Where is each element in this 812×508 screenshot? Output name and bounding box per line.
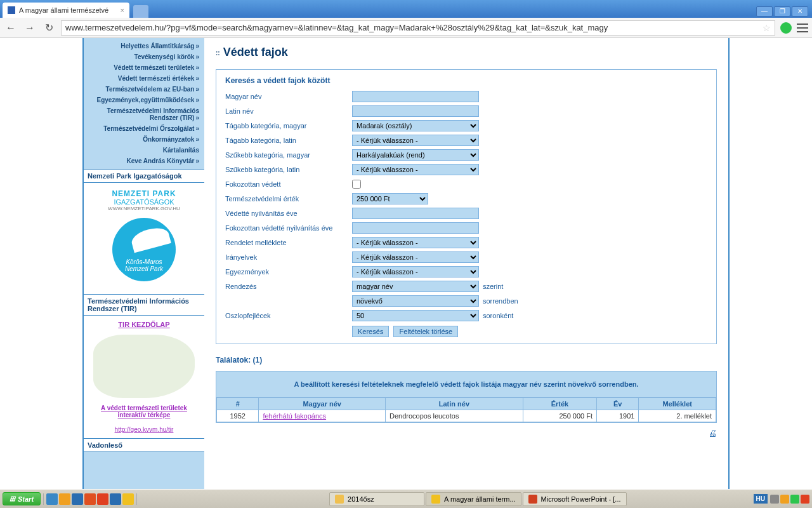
tir-box: TIR KEZDŐLAP A védett természeti terület… xyxy=(84,316,204,438)
label-rendezes: Rendezés xyxy=(225,283,352,290)
tir-map-link[interactable]: A védett természeti területek interaktív… xyxy=(89,404,199,418)
close-button[interactable]: ✕ xyxy=(792,6,808,17)
table-row: 1952 fehérhátú fakopáncs Dendrocopos leu… xyxy=(217,410,716,422)
sidebar-item[interactable]: Védett természeti területek» xyxy=(84,62,204,73)
clear-button[interactable]: Feltételek törlése xyxy=(393,326,458,337)
select-tag-latin[interactable]: - Kérjük válasszon - xyxy=(352,135,479,146)
maximize-button[interactable]: ❐ xyxy=(774,6,790,17)
results-header: Találatok: (1) xyxy=(216,356,717,364)
sidebar-item[interactable]: Helyettes Államtitkárság» xyxy=(84,41,204,51)
np-title: NEMZETI PARK xyxy=(86,189,202,198)
select-iranyelvek[interactable]: - Kérjük válasszon - xyxy=(352,251,479,263)
label-tag-magyar: Tágabb kategória, magyar xyxy=(225,122,352,130)
checkbox-fokozott[interactable] xyxy=(352,180,361,189)
col-ev: Év xyxy=(597,398,639,410)
col-num: # xyxy=(217,398,259,410)
col-latin: Latin név xyxy=(385,398,523,410)
tray-icon[interactable] xyxy=(801,495,809,504)
forward-button[interactable]: → xyxy=(23,21,37,35)
tir-map-image[interactable] xyxy=(93,335,195,398)
tab-close-icon[interactable]: × xyxy=(121,6,124,14)
address-bar[interactable]: www.termeszetvedelem.hu/?pg=vf&mode=sear… xyxy=(61,20,775,36)
select-ertek[interactable]: 250 000 Ft xyxy=(352,193,428,204)
tir-url-link[interactable]: http://geo.kvvm.hu/tir xyxy=(89,426,199,433)
select-szuk-magyar[interactable]: Harkályalakúak (rend) xyxy=(352,149,479,161)
print-icon[interactable]: 🖨 xyxy=(216,428,717,438)
np-url: WWW.NEMZETIPARK.GOV.HU xyxy=(86,206,202,211)
cell-latin: Dendrocopos leucotos xyxy=(385,410,523,422)
ql-chrome-icon[interactable] xyxy=(122,493,134,505)
main-content: :: Védett fajok Keresés a védett fajok k… xyxy=(204,38,728,489)
label-latin-nev: Latin név xyxy=(225,107,352,115)
input-fokozott-ev[interactable] xyxy=(352,222,479,234)
ql-firefox-icon[interactable] xyxy=(84,493,96,505)
ql-icon[interactable] xyxy=(97,493,108,505)
tray-icon[interactable] xyxy=(770,495,779,504)
bookmark-star-icon[interactable]: ☆ xyxy=(763,23,771,33)
tir-home-link[interactable]: TIR KEZDŐLAP xyxy=(89,321,199,328)
ql-ie-icon[interactable] xyxy=(110,493,121,505)
url-text: www.termeszetvedelem.hu/?pg=vf&mode=sear… xyxy=(65,23,608,32)
select-oszlop[interactable]: 50 xyxy=(352,310,479,321)
select-szuk-latin[interactable]: - Kérjük válasszon - xyxy=(352,164,479,175)
label-ertek: Természetvédelmi érték xyxy=(225,195,352,203)
task-chrome[interactable]: A magyar állami term... xyxy=(426,492,521,506)
reload-button[interactable]: ↻ xyxy=(42,21,56,35)
input-latin-nev[interactable] xyxy=(352,105,479,117)
language-indicator[interactable]: HU xyxy=(754,494,768,504)
tray-icon[interactable] xyxy=(780,495,789,504)
sidebar-item[interactable]: Természetvédelmi Őrszolgálat» xyxy=(84,123,204,134)
label-egyezmenyek: Egyezmények xyxy=(225,268,352,276)
sidebar-item[interactable]: Védett természeti értékek» xyxy=(84,73,204,84)
vadon-section-header: Vadonleső xyxy=(84,438,204,452)
select-sorrend[interactable]: növekvő xyxy=(352,295,479,307)
back-button[interactable]: ← xyxy=(4,21,18,35)
window-titlebar: A magyar állami természetvé × — ❐ ✕ xyxy=(0,0,812,18)
task-powerpoint[interactable]: Microsoft PowerPoint - [... xyxy=(523,492,627,506)
input-magyar-nev[interactable] xyxy=(352,91,479,102)
sidebar-item[interactable]: Tevékenységi körök» xyxy=(84,51,204,62)
tab-title: A magyar állami természetvé xyxy=(19,6,108,14)
sidebar-item[interactable]: Kártalanítás xyxy=(84,145,204,156)
select-rendezes[interactable]: magyar név xyxy=(352,281,479,292)
label-magyar-nev: Magyar név xyxy=(225,93,352,100)
results-message: A beállított keresési feltételeknek megf… xyxy=(216,371,716,398)
label-melleklet: Rendelet melléklete xyxy=(225,239,352,246)
suffix-szerint: szerint xyxy=(483,283,503,290)
ql-icon[interactable] xyxy=(59,493,70,505)
sidebar-item[interactable]: Önkormányzatok» xyxy=(84,134,204,145)
form-title: Keresés a védett fajok között xyxy=(225,76,707,85)
select-tag-magyar[interactable]: Madarak (osztály) xyxy=(352,120,479,131)
browser-tab[interactable]: A magyar állami természetvé × xyxy=(3,3,129,18)
page-title: :: Védett fajok xyxy=(216,46,717,59)
ql-ie-icon[interactable] xyxy=(72,493,83,505)
task-folder[interactable]: 2014ősz xyxy=(329,492,424,506)
new-tab-button[interactable] xyxy=(133,5,148,18)
cell-ev: 1901 xyxy=(597,410,639,422)
col-ertek: Érték xyxy=(523,398,596,410)
label-fokozott: Fokozottan védett xyxy=(225,180,352,188)
search-button[interactable]: Keresés xyxy=(352,326,389,337)
sidebar-item[interactable]: Természetvédelmi Információs Rendszer (T… xyxy=(84,105,204,123)
label-iranyelvek: Irányelvek xyxy=(225,253,352,261)
menu-icon[interactable] xyxy=(797,23,808,32)
system-tray: HU xyxy=(754,494,809,504)
start-button[interactable]: ⊞Start xyxy=(3,492,41,505)
label-szuk-magyar: Szűkebb kategória, magyar xyxy=(225,151,352,159)
sidebar-item[interactable]: Természetvédelem az EU-ban» xyxy=(84,84,204,95)
species-link[interactable]: fehérhátú fakopáncs xyxy=(263,412,326,420)
label-fokozott-ev: Fokozottan védetté nyilvánítás éve xyxy=(225,224,352,232)
minimize-button[interactable]: — xyxy=(756,6,773,17)
input-vedette-ev[interactable] xyxy=(352,208,479,219)
np-logo[interactable]: Körös-MarosNemzeti Park xyxy=(112,218,176,281)
extension-icon[interactable] xyxy=(780,22,792,34)
ql-desktop-icon[interactable] xyxy=(46,493,58,505)
tray-icon[interactable] xyxy=(790,495,799,504)
select-melleklet[interactable]: - Kérjük válasszon - xyxy=(352,237,479,248)
favicon xyxy=(8,6,15,14)
sidebar: Helyettes Államtitkárság» Tevékenységi k… xyxy=(84,38,204,489)
sidebar-item[interactable]: Keve András Könyvtár» xyxy=(84,156,204,166)
sidebar-item[interactable]: Egyezmények,együttműködések» xyxy=(84,95,204,105)
select-egyezmenyek[interactable]: - Kérjük válasszon - xyxy=(352,266,479,277)
taskbar: ⊞Start 2014ősz A magyar állami term... M… xyxy=(0,489,812,508)
